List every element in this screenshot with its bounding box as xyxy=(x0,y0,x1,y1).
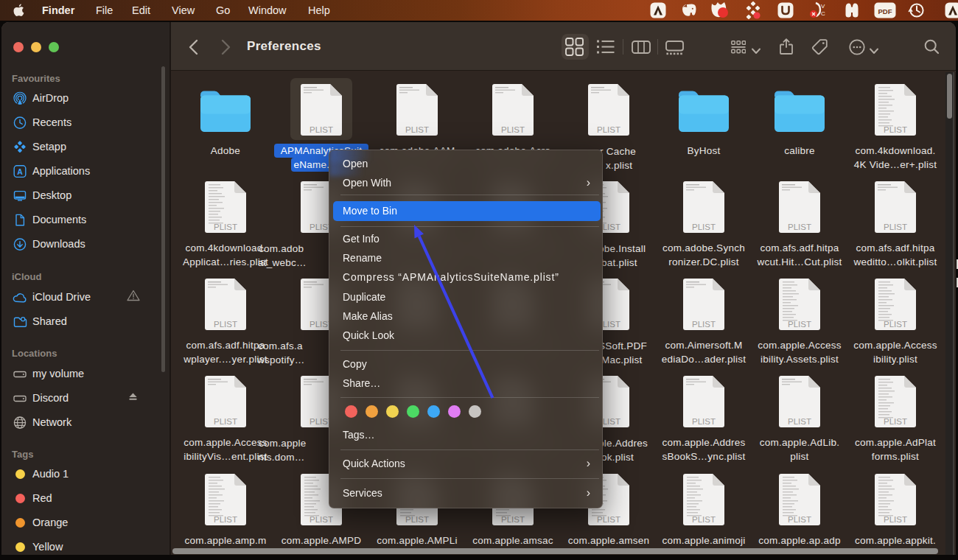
svg-text:PLIST: PLIST xyxy=(501,515,525,524)
svg-text:PLIST: PLIST xyxy=(597,125,620,134)
svg-text:PLIST: PLIST xyxy=(214,417,237,426)
svg-text:PLIST: PLIST xyxy=(884,125,907,134)
svg-text:PLIST: PLIST xyxy=(788,515,811,524)
svg-text:PLIST: PLIST xyxy=(214,515,237,524)
svg-text:PLIST: PLIST xyxy=(501,125,525,134)
svg-text:V: V xyxy=(821,3,825,10)
svg-text:PDF: PDF xyxy=(878,7,892,15)
svg-text:PLIST: PLIST xyxy=(692,417,716,426)
svg-text:PLIST: PLIST xyxy=(884,320,907,329)
svg-text:C: C xyxy=(821,10,825,17)
svg-text:PLIST: PLIST xyxy=(310,125,333,134)
svg-text:PLIST: PLIST xyxy=(884,223,907,231)
svg-text:PLIST: PLIST xyxy=(692,223,716,231)
svg-text:PLIST: PLIST xyxy=(884,515,907,524)
svg-text:PLIST: PLIST xyxy=(788,417,811,426)
svg-text:PLIST: PLIST xyxy=(597,515,620,524)
svg-text:PLIST: PLIST xyxy=(405,515,429,524)
svg-text:PLIST: PLIST xyxy=(214,223,237,231)
svg-text:A: A xyxy=(17,167,23,175)
svg-text:PLIST: PLIST xyxy=(884,417,907,426)
svg-text:PLIST: PLIST xyxy=(788,320,811,329)
svg-text:PLIST: PLIST xyxy=(692,515,716,524)
svg-text:PLIST: PLIST xyxy=(405,125,429,134)
svg-text:PLIST: PLIST xyxy=(692,320,716,329)
svg-text:PLIST: PLIST xyxy=(788,223,811,231)
svg-text:PLIST: PLIST xyxy=(214,320,237,329)
svg-text:PLIST: PLIST xyxy=(310,515,333,524)
